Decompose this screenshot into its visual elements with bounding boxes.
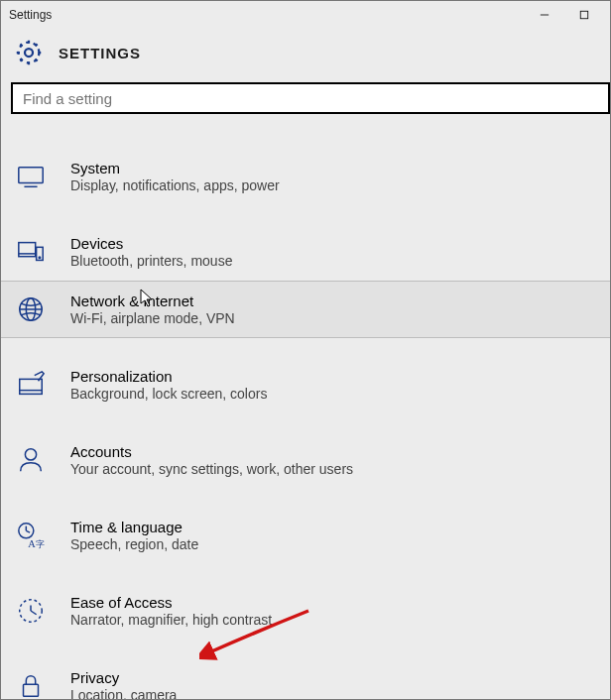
category-title: System (70, 160, 280, 176)
category-desc: Narrator, magnifier, high contrast (70, 612, 272, 628)
ease-of-access-icon (15, 595, 47, 627)
svg-rect-1 (580, 11, 588, 19)
minimize-button[interactable] (525, 3, 564, 27)
category-title: Time & language (70, 519, 198, 535)
category-personalization[interactable]: Personalization Background, lock screen,… (1, 356, 610, 413)
window-title: Settings (9, 8, 52, 22)
svg-text:字: 字 (36, 539, 45, 549)
category-ease-of-access[interactable]: Ease of Access Narrator, magnifier, high… (1, 582, 610, 640)
category-desc: Bluetooth, printers, mouse (70, 253, 232, 269)
category-network[interactable]: Network & Internet Wi-Fi, airplane mode,… (1, 281, 610, 338)
globe-icon (15, 293, 47, 325)
personalization-icon (15, 369, 47, 401)
categories-list: System Display, notifications, apps, pow… (1, 148, 610, 700)
svg-rect-4 (19, 168, 43, 183)
category-title: Accounts (70, 443, 353, 460)
svg-line-18 (26, 530, 30, 532)
svg-rect-13 (20, 379, 43, 394)
category-accounts[interactable]: Accounts Your account, sync settings, wo… (1, 431, 610, 489)
lock-icon (15, 670, 47, 700)
category-privacy[interactable]: Privacy Location, camera (1, 657, 610, 700)
svg-rect-23 (24, 684, 39, 696)
category-title: Ease of Access (70, 594, 272, 611)
category-desc: Display, notifications, apps, power (70, 177, 280, 193)
search-container (1, 82, 610, 114)
page-title: SETTINGS (59, 45, 141, 61)
svg-point-2 (25, 49, 33, 57)
category-devices[interactable]: Devices Bluetooth, printers, mouse (1, 223, 610, 281)
devices-icon (15, 236, 47, 268)
category-desc: Speech, region, date (70, 536, 198, 552)
category-desc: Background, lock screen, colors (70, 386, 267, 402)
svg-point-9 (39, 257, 41, 259)
category-title: Personalization (70, 368, 267, 385)
titlebar: Settings (1, 1, 610, 29)
category-desc: Your account, sync settings, work, other… (70, 461, 353, 477)
maximize-button[interactable] (564, 3, 604, 27)
category-system[interactable]: System Display, notifications, apps, pow… (1, 148, 610, 205)
gear-icon (13, 37, 45, 68)
category-desc: Wi-Fi, airplane mode, VPN (70, 310, 235, 326)
search-input[interactable] (11, 82, 610, 114)
person-icon (15, 444, 47, 476)
category-title: Network & Internet (70, 292, 235, 309)
category-title: Privacy (70, 669, 177, 686)
time-language-icon: A 字 (15, 520, 47, 551)
category-title: Devices (70, 235, 232, 252)
svg-point-15 (25, 449, 36, 460)
display-icon (15, 161, 47, 192)
window-controls (525, 3, 604, 27)
category-time-language[interactable]: A 字 Time & language Speech, region, date (1, 507, 610, 564)
category-desc: Location, camera (70, 687, 177, 700)
header: SETTINGS (1, 29, 610, 82)
